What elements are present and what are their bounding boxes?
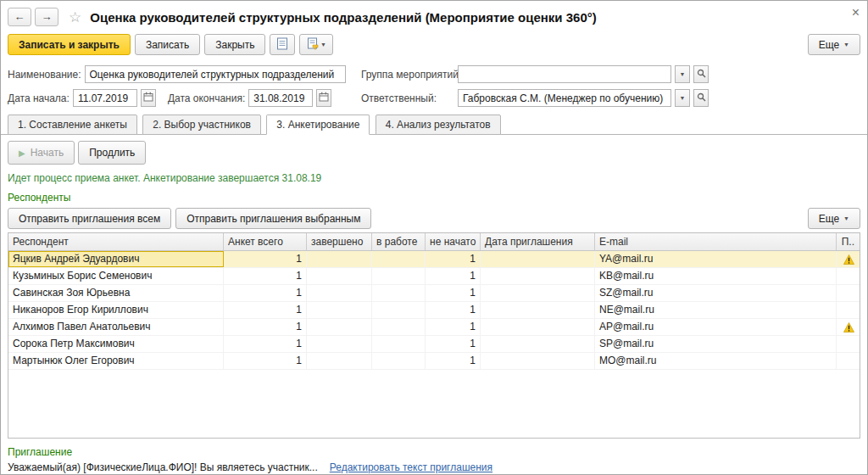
close-form-button[interactable]: Закрыть: [204, 34, 265, 55]
responsible-open-button[interactable]: [693, 89, 709, 107]
table-cell[interactable]: 1: [426, 251, 481, 267]
table-cell[interactable]: 1: [224, 285, 307, 301]
save-button[interactable]: Записать: [135, 34, 200, 55]
table-cell[interactable]: [481, 285, 595, 301]
table-cell[interactable]: [481, 353, 595, 369]
table-row[interactable]: Савинская Зоя Юрьевна11SZ@mail.ru: [8, 285, 860, 302]
start-date-input[interactable]: [73, 89, 137, 107]
warning-cell[interactable]: [837, 285, 860, 301]
column-header-not-started[interactable]: не начато: [426, 233, 481, 250]
respondent-name-cell[interactable]: Савинская Зоя Юрьевна: [8, 285, 224, 301]
column-header-respondent[interactable]: Респондент: [8, 233, 224, 250]
warning-cell[interactable]: [837, 251, 860, 267]
table-cell[interactable]: 1: [426, 319, 481, 335]
table-cell[interactable]: 1: [426, 302, 481, 318]
warning-cell[interactable]: [837, 302, 860, 318]
event-group-input[interactable]: [458, 65, 671, 83]
table-cell[interactable]: NE@mail.ru: [595, 302, 837, 318]
table-cell[interactable]: 1: [224, 302, 307, 318]
back-button[interactable]: ←: [8, 8, 31, 26]
table-cell[interactable]: [307, 251, 372, 267]
table-cell[interactable]: [372, 336, 426, 352]
column-header-email[interactable]: E-mail: [595, 233, 837, 250]
close-icon[interactable]: ×: [852, 7, 860, 19]
create-based-on-button[interactable]: ▼: [299, 34, 333, 55]
table-cell[interactable]: YA@mail.ru: [595, 251, 837, 267]
tab-questionnaire-creation[interactable]: 1. Составление анкеты: [8, 115, 137, 135]
column-header-completed[interactable]: завершено: [307, 233, 372, 250]
table-row[interactable]: Мартынюк Олег Егорович11MO@mail.ru: [8, 353, 860, 370]
table-cell[interactable]: [307, 319, 372, 335]
tab-participants-selection[interactable]: 2. Выбор участников: [142, 115, 261, 135]
table-cell[interactable]: [307, 285, 372, 301]
warning-cell[interactable]: [837, 268, 860, 284]
column-header-total[interactable]: Анкет всего: [224, 233, 307, 250]
respondent-name-cell[interactable]: Яцкив Андрей Эдуардович: [8, 251, 224, 267]
name-input[interactable]: [85, 65, 346, 83]
favorite-star-icon[interactable]: ☆: [69, 8, 81, 26]
more-button[interactable]: Еще ▼: [808, 34, 860, 55]
table-cell[interactable]: 1: [426, 268, 481, 284]
warning-cell[interactable]: [837, 319, 860, 335]
send-invitations-all-button[interactable]: Отправить приглашения всем: [8, 208, 171, 229]
table-row[interactable]: Алхимов Павел Анатольевич11AP@mail.ru: [8, 319, 860, 336]
table-cell[interactable]: [307, 353, 372, 369]
table-cell[interactable]: 1: [224, 268, 307, 284]
questionnaire-document-button[interactable]: [270, 34, 295, 55]
table-cell[interactable]: [372, 285, 426, 301]
event-group-dropdown-button[interactable]: ▼: [675, 65, 690, 83]
table-row[interactable]: Никаноров Егор Кириллович11NE@mail.ru: [8, 302, 860, 319]
table-cell[interactable]: SZ@mail.ru: [595, 285, 837, 301]
table-cell[interactable]: [481, 251, 595, 267]
respondent-name-cell[interactable]: Кузьминых Борис Семенович: [8, 268, 224, 284]
table-cell[interactable]: 1: [426, 336, 481, 352]
start-survey-button[interactable]: ▶ Начать: [8, 141, 75, 165]
column-header-in-progress[interactable]: в работе: [372, 233, 426, 250]
respondent-name-cell[interactable]: Мартынюк Олег Егорович: [8, 353, 224, 369]
edit-invitation-link[interactable]: Редактировать текст приглашения: [330, 461, 492, 473]
table-cell[interactable]: 1: [224, 336, 307, 352]
table-row[interactable]: Яцкив Андрей Эдуардович11YA@mail.ru: [8, 251, 860, 268]
column-header-invite-date[interactable]: Дата приглашения: [481, 233, 595, 250]
table-cell[interactable]: 1: [426, 285, 481, 301]
table-cell[interactable]: [372, 302, 426, 318]
column-header-flag[interactable]: П..: [837, 233, 860, 250]
tab-surveying[interactable]: 3. Анкетирование: [266, 115, 370, 135]
table-cell[interactable]: [307, 336, 372, 352]
table-cell[interactable]: [481, 336, 595, 352]
table-cell[interactable]: [372, 268, 426, 284]
respondent-name-cell[interactable]: Сорока Петр Максимович: [8, 336, 224, 352]
end-date-calendar-button[interactable]: [316, 89, 331, 107]
responsible-input[interactable]: [458, 89, 671, 107]
warning-cell[interactable]: [837, 353, 860, 369]
table-cell[interactable]: 1: [426, 353, 481, 369]
table-cell[interactable]: SP@mail.ru: [595, 336, 837, 352]
extend-survey-button[interactable]: Продлить: [78, 141, 146, 165]
table-cell[interactable]: 1: [224, 353, 307, 369]
table-cell[interactable]: [481, 268, 595, 284]
save-close-button[interactable]: Записать и закрыть: [8, 34, 131, 55]
table-cell[interactable]: KB@mail.ru: [595, 268, 837, 284]
respondent-name-cell[interactable]: Никаноров Егор Кириллович: [8, 302, 224, 318]
responsible-dropdown-button[interactable]: ▼: [675, 89, 690, 107]
respondent-name-cell[interactable]: Алхимов Павел Анатольевич: [8, 319, 224, 335]
table-cell[interactable]: MO@mail.ru: [595, 353, 837, 369]
end-date-input[interactable]: [248, 89, 313, 107]
event-group-open-button[interactable]: [693, 65, 709, 83]
table-cell[interactable]: [307, 302, 372, 318]
tab-results-analysis[interactable]: 4. Анализ результатов: [376, 115, 501, 135]
send-invitations-selected-button[interactable]: Отправить приглашения выбранным: [175, 208, 371, 229]
table-cell[interactable]: [372, 319, 426, 335]
table-cell[interactable]: [481, 302, 595, 318]
table-row[interactable]: Кузьминых Борис Семенович11KB@mail.ru: [8, 268, 860, 285]
warning-cell[interactable]: [837, 336, 860, 352]
table-cell[interactable]: 1: [224, 319, 307, 335]
start-date-calendar-button[interactable]: [141, 89, 156, 107]
table-cell[interactable]: AP@mail.ru: [595, 319, 837, 335]
table-cell[interactable]: [307, 268, 372, 284]
forward-button[interactable]: →: [35, 8, 58, 26]
table-cell[interactable]: [481, 319, 595, 335]
table-cell[interactable]: [372, 353, 426, 369]
table-cell[interactable]: [372, 251, 426, 267]
table-cell[interactable]: 1: [224, 251, 307, 267]
